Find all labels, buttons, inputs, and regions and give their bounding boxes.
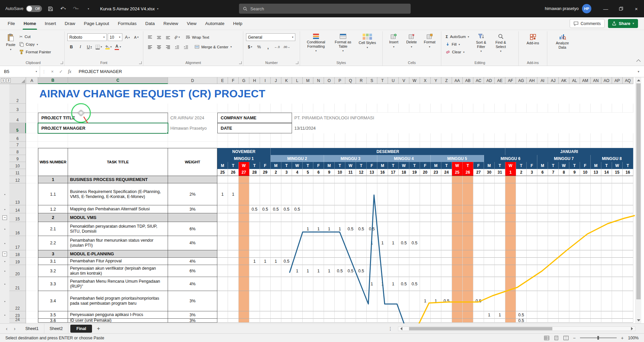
schedule-cell[interactable] (623, 205, 633, 213)
schedule-cell[interactable] (420, 236, 431, 250)
task-title-cell[interactable]: ID user (unit Pemakai) (68, 319, 168, 323)
schedule-cell[interactable] (623, 250, 633, 258)
schedule-cell[interactable] (249, 183, 260, 205)
schedule-cell[interactable]: 0.5 (271, 205, 281, 213)
schedule-cell[interactable] (239, 277, 249, 291)
schedule-cell[interactable] (324, 176, 335, 183)
date-header[interactable]: 26 (228, 169, 239, 176)
select-all-corner[interactable]: 1 2 (0, 77, 26, 84)
schedule-cell[interactable] (356, 213, 367, 222)
schedule-cell[interactable] (388, 222, 399, 236)
schedule-cell[interactable] (580, 236, 591, 250)
find-select-button[interactable]: Find & Select▾ (491, 32, 510, 53)
column-header-K[interactable]: K (281, 77, 292, 84)
schedule-cell[interactable] (463, 319, 473, 323)
cell[interactable] (388, 142, 399, 148)
cell[interactable] (303, 142, 313, 148)
schedule-cell[interactable] (569, 258, 580, 265)
schedule-cell[interactable] (217, 258, 228, 265)
schedule-cell[interactable] (249, 176, 260, 183)
schedule-cell[interactable] (409, 205, 420, 213)
column-header-AN[interactable]: AN (591, 77, 601, 84)
date-header[interactable]: 1 (505, 169, 516, 176)
schedule-cell[interactable] (292, 176, 303, 183)
schedule-cell[interactable] (612, 236, 623, 250)
zoom-slider[interactable] (580, 337, 617, 338)
schedule-cell[interactable] (388, 205, 399, 213)
schedule-cell[interactable] (580, 311, 591, 319)
schedule-cell[interactable] (239, 311, 249, 319)
schedule-cell[interactable] (399, 176, 409, 183)
format-as-table-button[interactable]: Format as Table▾ (330, 32, 356, 53)
column-header-T[interactable]: T (377, 77, 388, 84)
day-header[interactable]: W (292, 162, 303, 169)
schedule-cell[interactable] (516, 205, 527, 213)
schedule-cell[interactable] (591, 291, 601, 311)
schedule-cell[interactable] (591, 277, 601, 291)
schedule-cell[interactable] (441, 265, 452, 277)
cell[interactable] (601, 133, 612, 142)
task-title-cell[interactable]: Penambahan fitur menurunkan status vendo… (68, 236, 168, 250)
cell[interactable] (26, 258, 38, 265)
insert-function-button[interactable]: fx (65, 69, 74, 74)
weight-cell[interactable]: 3% (168, 319, 217, 323)
schedule-cell[interactable] (399, 258, 409, 265)
schedule-cell[interactable] (495, 291, 505, 311)
schedule-cell[interactable] (409, 250, 420, 258)
schedule-cell[interactable] (335, 236, 345, 250)
schedule-cell[interactable] (431, 258, 441, 265)
column-header-U[interactable]: U (388, 77, 399, 84)
schedule-cell[interactable] (548, 213, 559, 222)
schedule-cell[interactable]: 1 (388, 277, 399, 291)
schedule-cell[interactable] (505, 250, 516, 258)
date-header[interactable]: 30 (484, 169, 495, 176)
cell[interactable] (559, 133, 569, 142)
cell[interactable] (601, 104, 612, 113)
schedule-cell[interactable] (228, 176, 239, 183)
cell[interactable] (260, 133, 271, 142)
day-header[interactable]: W (505, 162, 516, 169)
undo-button[interactable]: ↶▾ (59, 4, 67, 13)
cell[interactable] (377, 142, 388, 148)
task-title-cell[interactable]: Penyesuaian akun verifikator (terpisah d… (68, 265, 168, 277)
schedule-cell[interactable] (271, 236, 281, 250)
cell[interactable] (431, 133, 441, 142)
date-header[interactable]: 20 (420, 169, 431, 176)
cell-project-title[interactable]: PROJECT TITLE (38, 113, 168, 123)
schedule-cell[interactable] (249, 250, 260, 258)
row-header-6[interactable]: 6 (9, 133, 26, 142)
cell[interactable] (409, 104, 420, 113)
date-header[interactable]: 6 (537, 169, 548, 176)
schedule-cell[interactable] (441, 236, 452, 250)
schedule-cell[interactable] (527, 265, 537, 277)
month-header[interactable]: JANUARI (505, 148, 633, 155)
schedule-cell[interactable] (431, 183, 441, 205)
schedule-cell[interactable] (313, 205, 324, 213)
weight-cell[interactable]: 4% (168, 277, 217, 291)
schedule-cell[interactable] (623, 236, 633, 250)
schedule-cell[interactable] (420, 205, 431, 213)
scroll-left-button[interactable] (398, 327, 404, 330)
cell[interactable] (591, 142, 601, 148)
column-header-Y[interactable]: Y (431, 77, 441, 84)
redo-button[interactable]: ↷▾ (71, 4, 80, 13)
ribbon-tab-file[interactable]: File (3, 17, 19, 30)
expand-formula-bar-button[interactable]: ▾ (638, 70, 644, 73)
schedule-cell[interactable] (623, 183, 633, 205)
schedule-cell[interactable] (591, 183, 601, 205)
date-header[interactable]: 31 (495, 169, 505, 176)
schedule-cell[interactable] (473, 319, 484, 323)
schedule-cell[interactable] (303, 205, 313, 213)
cell[interactable] (452, 142, 463, 148)
schedule-cell[interactable] (569, 277, 580, 291)
task-title-cell[interactable]: Penambahan field program prioritas/nonpr… (68, 291, 168, 311)
schedule-cell[interactable] (473, 176, 484, 183)
cell[interactable] (335, 142, 345, 148)
schedule-cell[interactable] (377, 183, 388, 205)
cell[interactable] (26, 133, 38, 142)
cell[interactable] (569, 142, 580, 148)
schedule-cell[interactable] (473, 265, 484, 277)
schedule-cell[interactable] (591, 311, 601, 319)
cell[interactable] (505, 142, 516, 148)
number-dialog-launcher[interactable] (296, 61, 298, 64)
